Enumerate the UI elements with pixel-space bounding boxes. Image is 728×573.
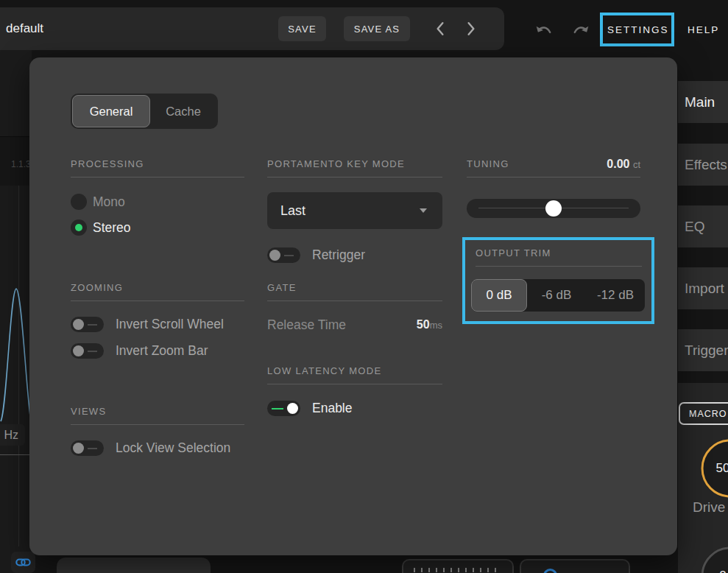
toggle-low-latency-enable[interactable] [267, 401, 300, 416]
sidebar-item-effects[interactable]: Effects [678, 144, 728, 186]
section-title-low-latency-mode: LOW LATENCY MODE [267, 365, 442, 377]
section-divider [71, 424, 244, 425]
timeline-ruler: 1.1.3 [0, 137, 32, 186]
output-trim-minus6db[interactable]: -6 dB [527, 279, 586, 312]
next-preset-button[interactable] [458, 15, 484, 42]
release-time-unit: ms [430, 320, 442, 331]
section-title-portamento-key-mode: PORTAMENTO KEY MODE [267, 158, 442, 170]
tab-general[interactable]: General [72, 95, 150, 127]
preset-toolbar: default SAVE SAVE AS [0, 7, 504, 50]
output-trim-minus12db[interactable]: -12 dB [586, 279, 645, 312]
ruler-position-label: 1.1.3 [11, 159, 31, 169]
preset-name[interactable]: default [6, 7, 43, 50]
background-waveform-strip: 1.1.3 Hz [0, 50, 32, 573]
toggle-track [88, 448, 97, 449]
radio-mono-label[interactable]: Mono [93, 194, 125, 210]
toggle-invert-scroll-wheel[interactable] [71, 317, 104, 332]
prev-preset-button[interactable] [427, 15, 453, 42]
release-time-label: Release Time [267, 317, 346, 333]
release-time-value[interactable]: 50 [417, 318, 430, 331]
section-divider [467, 177, 640, 177]
toggle-retrigger-label[interactable]: Retrigger [312, 247, 365, 263]
redo-button[interactable] [567, 18, 595, 41]
undo-icon [534, 23, 554, 36]
radio-selected-dot [75, 224, 82, 231]
radio-mono[interactable] [71, 194, 87, 210]
settings-dialog: General Cache PROCESSING Mono Stereo ZOO… [29, 57, 677, 555]
macro-knob-2-value: 0 [692, 545, 728, 573]
radio-stereo[interactable] [71, 219, 87, 236]
section-title-output-trim: OUTPUT TRIM [476, 247, 551, 259]
sidebar-item-import[interactable]: Import [678, 267, 728, 309]
link-ring-icon [543, 569, 557, 573]
save-as-button[interactable]: SAVE AS [344, 16, 410, 41]
help-button[interactable]: HELP [683, 13, 724, 46]
chevron-left-icon [436, 21, 445, 36]
tuning-unit: ct [633, 159, 640, 170]
section-divider [476, 266, 642, 267]
frequency-badge: Hz [0, 424, 25, 446]
section-title-processing: PROCESSING [71, 158, 244, 170]
section-title-views: VIEWS [71, 406, 244, 418]
redo-icon [571, 23, 590, 36]
link-button[interactable] [11, 552, 35, 573]
toggle-track [284, 255, 294, 256]
toggle-track [272, 408, 283, 409]
section-divider [71, 300, 244, 301]
toggle-lock-view-selection[interactable] [71, 440, 104, 456]
toggle-invert-zoom-bar[interactable] [71, 343, 104, 359]
tab-cache[interactable]: Cache [150, 95, 216, 127]
toggle-knob [287, 403, 298, 414]
toggle-low-latency-enable-label[interactable]: Enable [312, 401, 353, 416]
release-time-param[interactable]: Release Time 50ms [267, 317, 442, 333]
sidebar-item-main[interactable]: Main [678, 81, 728, 123]
toggle-knob [73, 345, 84, 356]
toggle-knob [73, 443, 84, 454]
toggle-lock-view-selection-label[interactable]: Lock View Selection [116, 440, 230, 456]
bottom-tick-panel[interactable] [402, 559, 514, 573]
radio-stereo-label[interactable]: Stereo [93, 219, 131, 236]
sidebar-item-trigger[interactable]: Trigger [678, 329, 728, 371]
undo-button[interactable] [530, 18, 558, 41]
divider [0, 454, 32, 455]
output-trim-0db[interactable]: 0 dB [471, 279, 527, 312]
output-trim-highlight-box: OUTPUT TRIM 0 dB -6 dB -12 dB [462, 237, 654, 324]
toggle-retrigger[interactable] [267, 247, 300, 263]
tuning-value[interactable]: 0.00 [607, 158, 629, 170]
tuning-value-wrap: 0.00 ct [467, 156, 640, 173]
link-icon [15, 558, 31, 567]
sidebar-item-eq[interactable]: EQ [678, 205, 728, 247]
section-divider [267, 177, 442, 177]
tuning-slider[interactable] [467, 199, 640, 218]
macro-knob-2[interactable]: 0 [699, 545, 728, 573]
bottom-link-panel[interactable] [520, 559, 630, 573]
chevron-down-icon [420, 208, 427, 213]
bottom-slider-panel[interactable] [57, 558, 211, 573]
drive-knob-label: Drive [693, 499, 725, 516]
tick-marks [414, 568, 502, 572]
section-title-zooming: ZOOMING [71, 282, 244, 294]
app-root: default SAVE SAVE AS SETTINGS HELP 1.1.3… [0, 0, 728, 573]
toggle-invert-scroll-wheel-label[interactable]: Invert Scroll Wheel [116, 317, 224, 332]
slider-knob[interactable] [545, 200, 562, 217]
macro-button[interactable]: MACRO [679, 402, 728, 425]
section-divider [71, 177, 244, 177]
drive-knob[interactable]: 50 [699, 437, 728, 499]
settings-tab-group: General Cache [71, 94, 218, 129]
section-title-gate: GATE [267, 282, 442, 294]
toggle-track [88, 324, 97, 326]
toggle-track [88, 351, 97, 352]
waveform-curve [0, 250, 32, 442]
save-button[interactable]: SAVE [278, 16, 326, 41]
dropdown-selected-value: Last [280, 192, 305, 229]
toggle-invert-zoom-bar-label[interactable]: Invert Zoom Bar [116, 343, 208, 359]
chevron-right-icon [467, 21, 476, 36]
output-trim-segmented-control: 0 dB -6 dB -12 dB [471, 279, 645, 312]
portamento-key-mode-dropdown[interactable]: Last [267, 192, 442, 229]
toggle-knob [269, 250, 280, 261]
section-divider [267, 384, 442, 384]
settings-button[interactable]: SETTINGS [600, 13, 674, 46]
toggle-knob [73, 319, 84, 330]
section-divider [267, 300, 442, 301]
drive-knob-value: 50 [692, 437, 728, 499]
